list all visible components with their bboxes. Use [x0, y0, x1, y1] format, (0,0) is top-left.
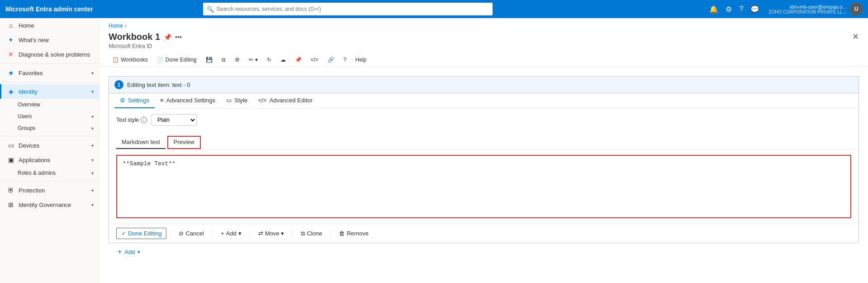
- settings-icon[interactable]: ⚙: [724, 3, 734, 15]
- diagnose-icon: ✕: [7, 51, 15, 58]
- move-icon: ⇄: [258, 230, 263, 237]
- refresh-button[interactable]: ↻: [263, 55, 275, 65]
- home-icon: ⌂: [7, 22, 15, 29]
- move-label: Move: [265, 230, 280, 237]
- users-chevron-icon: ▾: [91, 114, 94, 119]
- advanced-settings-tab-icon: ≡: [160, 97, 164, 104]
- pin-toolbar-button[interactable]: 📌: [291, 55, 305, 65]
- settings-tab-label: Settings: [128, 97, 149, 104]
- bottom-divider-4: [292, 230, 293, 238]
- breadcrumb-home[interactable]: Home: [109, 23, 123, 29]
- move-button[interactable]: ⇄ Move ▾: [254, 228, 289, 239]
- help-button[interactable]: Help: [352, 55, 370, 65]
- sidebar-item-identity-label: Identity: [19, 88, 88, 95]
- sidebar-item-diagnose[interactable]: ✕ Diagnose & solve problems: [0, 47, 99, 62]
- breadcrumb-separator: ›: [125, 23, 127, 29]
- tab-settings[interactable]: ⚙ Settings: [114, 93, 155, 108]
- clone-label: Clone: [307, 230, 322, 237]
- sidebar-item-whats-new-label: What's new: [19, 37, 94, 43]
- page-subtitle: Microsoft Entra ID: [109, 43, 182, 49]
- search-input[interactable]: [217, 6, 489, 12]
- workbooks-button[interactable]: 📋 Workbooks: [109, 55, 152, 65]
- feedback-icon[interactable]: 💬: [749, 3, 761, 15]
- sidebar-item-roles[interactable]: Roles & admins ▾: [0, 167, 99, 179]
- question-button[interactable]: ?: [340, 55, 350, 65]
- identity-governance-chevron-icon: ▾: [91, 202, 94, 207]
- sidebar-item-home-label: Home: [19, 22, 94, 29]
- bottom-toolbar: ✓ Done Editing ⊘ Cancel + Add ▾: [109, 224, 859, 243]
- sidebar-divider-1: [0, 63, 99, 64]
- done-editing-toolbar-icon: 📄: [157, 57, 164, 63]
- search-icon: 🔍: [207, 6, 214, 13]
- sidebar-item-identity[interactable]: ◈ Identity ▾: [0, 84, 99, 99]
- user-avatar[interactable]: U: [850, 3, 863, 15]
- sidebar-divider-3: [0, 136, 99, 136]
- bottom-divider-3: [250, 230, 250, 238]
- tab-advanced-editor[interactable]: </> Advanced Editor: [253, 93, 318, 108]
- cancel-icon: ⊘: [179, 230, 184, 237]
- page-header-left: Workbook 1 📌 ••• Microsoft Entra ID: [109, 32, 182, 49]
- sidebar-divider-4: [0, 181, 99, 181]
- favorites-chevron-icon: ▾: [91, 71, 94, 76]
- copy-button[interactable]: ⧉: [218, 55, 229, 65]
- editor-content: **Sample Text**: [123, 160, 175, 167]
- tab-advanced-settings[interactable]: ≡ Advanced Settings: [155, 93, 221, 108]
- sidebar-item-home[interactable]: ⌂ Home: [0, 18, 99, 33]
- clone-icon: ⧉: [301, 230, 305, 237]
- add-section[interactable]: + Add ▾: [109, 243, 859, 260]
- edit-button[interactable]: ✏ ▾: [245, 55, 261, 65]
- top-navigation: Microsoft Entra admin center 🔍 🔔 ⚙ ? 💬 i…: [0, 0, 868, 18]
- sidebar-item-whats-new[interactable]: ✦ What's new: [0, 33, 99, 47]
- done-editing-toolbar-button[interactable]: 📄 Done Editing: [153, 55, 200, 65]
- help-icon[interactable]: ?: [737, 3, 745, 15]
- tab-markdown-text[interactable]: Markdown text: [116, 136, 166, 149]
- settings-content: Text style i Plain Header 1 Header 2 Hea…: [109, 109, 859, 136]
- sidebar-item-groups[interactable]: Groups ▾: [0, 122, 99, 134]
- done-editing-check-icon: ✓: [121, 230, 126, 237]
- cancel-label: Cancel: [185, 230, 204, 237]
- code-button[interactable]: </>: [307, 55, 322, 65]
- link-button[interactable]: 🔗: [324, 55, 338, 65]
- brand-title: Microsoft Entra admin center: [5, 5, 93, 13]
- text-style-info-icon[interactable]: i: [141, 117, 147, 123]
- sidebar-divider-2: [0, 82, 99, 82]
- cancel-button[interactable]: ⊘ Cancel: [174, 228, 208, 239]
- add-section-icon: +: [118, 248, 122, 256]
- workbooks-label: Workbooks: [121, 57, 148, 63]
- add-bottom-button[interactable]: + Add ▾: [216, 228, 246, 239]
- user-org: ZOHO CORPORATION PRIVATE LL...: [768, 10, 846, 14]
- content-area: Home › Workbook 1 📌 ••• Microsoft Entra …: [100, 18, 868, 283]
- sidebar-item-applications[interactable]: ▣ Applications ▾: [0, 153, 99, 167]
- more-options-icon[interactable]: •••: [175, 34, 182, 41]
- clone-button[interactable]: ⧉ Clone: [296, 228, 327, 239]
- text-style-label: Text style i: [116, 117, 147, 123]
- search-bar[interactable]: 🔍: [203, 3, 493, 15]
- sidebar-item-devices[interactable]: ▭ Devices ▾: [0, 138, 99, 153]
- share-icon: ☁: [280, 57, 286, 63]
- done-editing-button[interactable]: ✓ Done Editing: [116, 228, 166, 239]
- remove-button[interactable]: 🗑 Remove: [334, 228, 373, 239]
- close-icon[interactable]: ✕: [852, 32, 859, 42]
- edit-panel-badge: 1: [114, 80, 123, 89]
- pin-icon[interactable]: 📌: [164, 34, 171, 41]
- tab-style[interactable]: ▭ Style: [221, 93, 253, 108]
- roles-chevron-icon: ▾: [91, 171, 94, 176]
- style-tab-label: Style: [234, 97, 247, 104]
- gear-button[interactable]: ⚙: [231, 55, 243, 65]
- advanced-editor-tab-label: Advanced Editor: [270, 97, 313, 104]
- share-button[interactable]: ☁: [277, 55, 289, 65]
- sidebar-item-favorites[interactable]: ★ Favorites ▾: [0, 66, 99, 80]
- text-style-select[interactable]: Plain Header 1 Header 2 Header 3 Bold: [152, 114, 197, 126]
- top-nav-icons: 🔔 ⚙ ? 💬 idm-mb-user@ompqa.o... ZOHO CORP…: [707, 3, 863, 15]
- sidebar-item-users[interactable]: Users ▾: [0, 110, 99, 122]
- sidebar-item-identity-governance[interactable]: ⊞ Identity Governance ▾: [0, 197, 99, 212]
- notification-icon[interactable]: 🔔: [707, 3, 720, 15]
- save-button[interactable]: 💾: [202, 55, 216, 65]
- tab-preview[interactable]: Preview: [167, 136, 201, 149]
- text-editor[interactable]: **Sample Text**: [116, 155, 851, 218]
- sidebar-item-protection[interactable]: ⛨ Protection ▾: [0, 183, 99, 197]
- sidebar-item-overview[interactable]: Overview: [0, 99, 99, 110]
- add-section-chevron-icon: ▾: [138, 249, 140, 255]
- bottom-divider-2: [212, 230, 213, 238]
- remove-label: Remove: [346, 230, 368, 237]
